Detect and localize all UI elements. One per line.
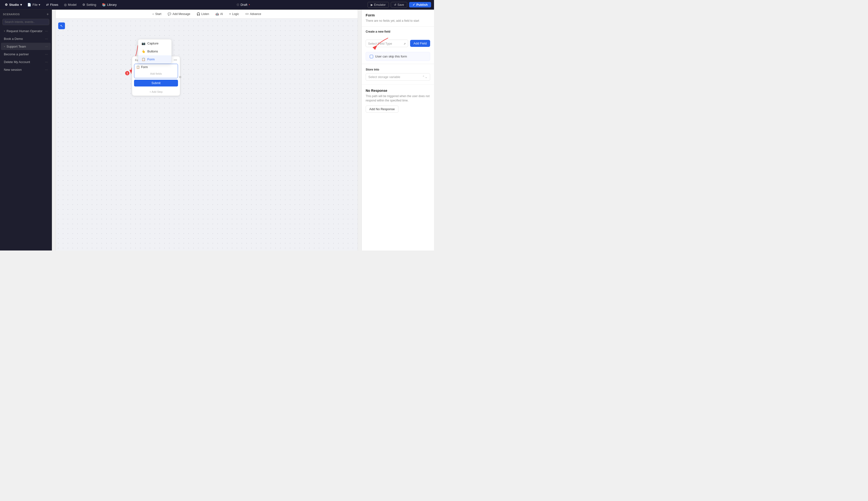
listen-label: Listen bbox=[201, 12, 209, 16]
nav-setting-label: Setting bbox=[86, 3, 96, 7]
brand-chevron: ▾ bbox=[20, 3, 22, 7]
sidebar-title: SCENARIOS bbox=[3, 13, 20, 16]
collapse-right-panel[interactable]: › bbox=[358, 10, 362, 250]
add-fields-label: Add fields bbox=[136, 71, 176, 77]
flow-arrow bbox=[56, 19, 358, 250]
logic-icon: × bbox=[229, 12, 231, 16]
toolbar-logic[interactable]: × Logic bbox=[226, 11, 242, 17]
toolbar-start[interactable]: ○ Start bbox=[150, 11, 164, 17]
sidebar-item-partner[interactable]: Become a partner ··· bbox=[1, 51, 51, 58]
storage-variable-select[interactable]: Select storage variable ⌃⌄ bbox=[366, 73, 430, 81]
dots-icon-support[interactable]: ··· bbox=[45, 44, 48, 48]
submit-button[interactable]: Submit bbox=[134, 80, 178, 86]
no-response-title: No Response bbox=[366, 89, 430, 93]
chevron-down-icon-support: ▾ bbox=[4, 45, 5, 48]
publish-label: Publish bbox=[416, 3, 428, 7]
store-into-section: Store into Select storage variable ⌃⌄ bbox=[362, 65, 434, 84]
toolbar-add-message[interactable]: 💬 Add Message bbox=[165, 11, 193, 17]
sidebar-item-delete[interactable]: Delete My Account ··· bbox=[1, 58, 51, 65]
sidebar: SCENARIOS + ▾ Request Human Operator ···… bbox=[0, 10, 52, 250]
canvas[interactable]: ↖ 📷 Capture 👆 Buttons 📋 Form 1 bbox=[56, 19, 358, 250]
emulator-button[interactable]: ▶ Emulator bbox=[367, 2, 389, 8]
nav-right: ▶ Emulator ↺ Save ✓ Publish bbox=[367, 2, 431, 8]
sidebar-search-input[interactable] bbox=[2, 19, 49, 25]
nav-flows[interactable]: ⇄ Flows bbox=[44, 2, 61, 8]
badge-number: 1 bbox=[127, 72, 128, 75]
toolbar-advance[interactable]: <> Advance bbox=[243, 11, 264, 17]
advance-label: Advance bbox=[250, 12, 261, 16]
nav-model-label: Model bbox=[68, 3, 76, 7]
nav-flows-label: Flows bbox=[50, 3, 58, 7]
start-label: Start bbox=[155, 12, 161, 16]
file-chevron: ▾ bbox=[39, 3, 40, 7]
storage-select-wrapper: Select storage variable ⌃⌄ bbox=[366, 73, 430, 81]
step-badge: 1 bbox=[125, 71, 129, 75]
toolbar-ai[interactable]: 🤖 AI bbox=[213, 11, 226, 17]
top-navigation: ⚙ Studio ▾ 📄 File ▾ ⇄ Flows ◎ Model ⚙ Se… bbox=[0, 0, 434, 10]
nav-model[interactable]: ◎ Model bbox=[62, 2, 79, 8]
form-block-title: 📋 Form bbox=[136, 65, 176, 69]
listen-icon: 🎧 bbox=[196, 12, 200, 16]
sidebar-header: SCENARIOS + bbox=[0, 10, 52, 18]
model-icon: ◎ bbox=[64, 3, 67, 7]
no-response-description: This path will be triggered when the use… bbox=[366, 94, 430, 103]
draft-dot: • bbox=[249, 3, 250, 7]
pointer-tool[interactable]: ↖ bbox=[58, 22, 65, 29]
form-label: Form bbox=[147, 57, 154, 61]
brand-name: Studio bbox=[9, 3, 19, 7]
collapse-sidebar-button[interactable]: ‹ bbox=[52, 10, 56, 250]
form-block[interactable]: 📋 Form Add fields bbox=[134, 64, 178, 78]
node-content: 📋 Form Add fields Submit bbox=[132, 63, 180, 88]
add-step[interactable]: + Add Step bbox=[132, 88, 180, 93]
play-icon: ▶ bbox=[371, 3, 373, 7]
sidebar-label-request: Request Human Operator bbox=[7, 29, 43, 33]
sidebar-item-request-human[interactable]: ▾ Request Human Operator ··· bbox=[1, 27, 51, 34]
dots-icon-book[interactable]: ··· bbox=[45, 37, 48, 41]
toolbar-listen[interactable]: 🎧 Listen bbox=[194, 11, 212, 17]
logic-label: Logic bbox=[232, 12, 239, 16]
panel-title: Form bbox=[362, 10, 434, 18]
dropdown-form[interactable]: 📋 Form bbox=[138, 55, 171, 63]
buttons-icon: 👆 bbox=[141, 50, 146, 53]
skip-form-checkbox[interactable] bbox=[370, 55, 373, 58]
node-options[interactable]: ••• bbox=[174, 58, 177, 62]
dropdown-buttons[interactable]: 👆 Buttons bbox=[138, 47, 171, 55]
setting-icon: ⚙ bbox=[82, 3, 85, 7]
sidebar-search-container bbox=[0, 18, 52, 27]
ai-icon: 🤖 bbox=[215, 12, 219, 16]
nav-setting[interactable]: ⚙ Setting bbox=[80, 2, 98, 8]
dots-icon-partner[interactable]: ··· bbox=[45, 52, 48, 56]
no-response-section: No Response This path will be triggered … bbox=[362, 86, 434, 116]
sidebar-add-button[interactable]: + bbox=[46, 12, 49, 17]
save-button[interactable]: ↺ Save bbox=[391, 2, 407, 8]
form-block-icon: 📋 bbox=[136, 65, 140, 69]
add-no-response-button[interactable]: Add No Response bbox=[366, 106, 398, 113]
chevron-down-icon: ▾ bbox=[4, 30, 5, 32]
sidebar-item-support[interactable]: ▾ Support Team ··· bbox=[1, 43, 51, 50]
skip-form-label: User can skip this form bbox=[375, 55, 407, 58]
brand-logo[interactable]: ⚙ Studio ▾ bbox=[3, 2, 24, 8]
sidebar-label-book: Book a Demo bbox=[4, 37, 23, 41]
dots-icon-delete[interactable]: ··· bbox=[45, 60, 48, 64]
dots-icon-session[interactable]: ··· bbox=[45, 68, 48, 72]
capture-label: Capture bbox=[147, 42, 159, 45]
form-block-label: Form bbox=[141, 65, 148, 69]
main-layout: SCENARIOS + ▾ Request Human Operator ···… bbox=[0, 10, 434, 250]
nav-library[interactable]: 📚 Library bbox=[99, 2, 119, 8]
storage-chevron-icon: ⌃⌄ bbox=[422, 75, 428, 79]
save-icon: ↺ bbox=[394, 3, 396, 7]
storage-placeholder: Select storage variable bbox=[368, 75, 400, 79]
nav-center: ⦾ Draft • bbox=[237, 3, 250, 7]
nav-file[interactable]: 📄 File ▾ bbox=[25, 2, 43, 8]
add-field-button[interactable]: Add Field bbox=[410, 40, 430, 47]
toolbar: ○ Start 💬 Add Message 🎧 Listen 🤖 AI × Lo… bbox=[56, 10, 358, 19]
create-field-section: Create a new field bbox=[362, 28, 434, 38]
sidebar-item-new-session[interactable]: New session ··· bbox=[1, 66, 51, 73]
sidebar-item-book-demo[interactable]: Book a Demo ··· bbox=[1, 35, 51, 42]
publish-button[interactable]: ✓ Publish bbox=[409, 2, 431, 8]
form-icon: 📋 bbox=[141, 57, 146, 61]
dropdown-capture[interactable]: 📷 Capture bbox=[138, 39, 171, 47]
node-connector-right[interactable] bbox=[179, 76, 181, 78]
sidebar-label-partner: Become a partner bbox=[4, 52, 29, 56]
dots-icon[interactable]: ··· bbox=[45, 29, 48, 33]
